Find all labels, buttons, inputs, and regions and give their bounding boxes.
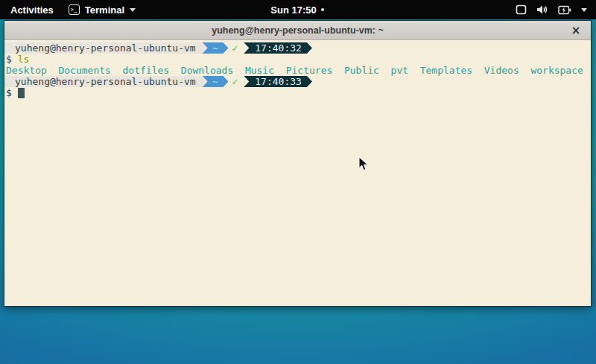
close-icon[interactable]: × — [569, 24, 583, 37]
activities-button[interactable]: Activities — [7, 3, 57, 17]
status-check-icon: ✓ — [232, 76, 238, 87]
input-line[interactable]: $ — [6, 87, 591, 98]
prompt-line: yuheng@henry-personal-ubuntu-vm ~ ✓ 17:4… — [4, 42, 591, 54]
prompt-user-host: yuheng@henry-personal-ubuntu-vm — [4, 76, 199, 87]
app-menu-terminal[interactable]: >_ Terminal — [69, 4, 136, 16]
clock-button[interactable]: Sun 17:50 — [270, 4, 323, 16]
prompt-char: $ — [6, 87, 12, 98]
chevron-down-icon — [130, 8, 136, 12]
prompt-user-host: yuheng@henry-personal-ubuntu-vm — [4, 42, 199, 54]
terminal-window: yuheng@henry-personal-ubuntu-vm: ~ × yuh… — [4, 20, 592, 307]
app-menu-label: Terminal — [85, 4, 124, 16]
prompt-cwd-segment: ~ — [203, 42, 229, 54]
prompt-cwd: ~ — [212, 42, 218, 54]
screen-icon — [516, 4, 527, 15]
chevron-down-icon — [581, 8, 587, 12]
desktop: { "topbar": { "activities_label": "Activ… — [0, 0, 596, 364]
terminal-content[interactable]: yuheng@henry-personal-ubuntu-vm ~ ✓ 17:4… — [4, 40, 591, 306]
status-check-icon: ✓ — [232, 42, 238, 54]
ls-output: Desktop Documents dotfiles Downloads Mus… — [6, 65, 591, 76]
top-bar-left: Activities >_ Terminal — [0, 3, 270, 17]
prompt-cwd-segment: ~ — [203, 76, 229, 87]
battery-charging-icon — [558, 5, 571, 15]
gnome-top-bar: Activities >_ Terminal Sun 17:50 — [0, 0, 596, 19]
prompt-host-segment: yuheng@henry-personal-ubuntu-vm ~ — [4, 76, 228, 87]
prompt-time-segment: 17:40:33 — [244, 76, 312, 87]
typed-command: ls — [18, 54, 30, 65]
prompt-time-segment: 17:40:32 — [244, 42, 312, 54]
window-titlebar[interactable]: yuheng@henry-personal-ubuntu-vm: ~ × — [4, 21, 591, 40]
command-line: $ ls — [6, 54, 591, 65]
window-title: yuheng@henry-personal-ubuntu-vm: ~ — [212, 25, 384, 36]
clock-label: Sun 17:50 — [270, 4, 316, 16]
volume-icon — [536, 4, 548, 15]
prompt-host-segment: yuheng@henry-personal-ubuntu-vm ~ — [4, 42, 228, 54]
prompt-time: 17:40:32 — [255, 42, 302, 54]
terminal-icon: >_ — [69, 4, 80, 15]
terminal-cursor — [18, 88, 25, 98]
system-status-area[interactable] — [324, 4, 596, 15]
prompt-char: $ — [6, 54, 12, 65]
prompt-time: 17:40:33 — [255, 76, 302, 87]
prompt-line: yuheng@henry-personal-ubuntu-vm ~ ✓ 17:4… — [4, 76, 591, 87]
prompt-cwd: ~ — [212, 76, 218, 87]
